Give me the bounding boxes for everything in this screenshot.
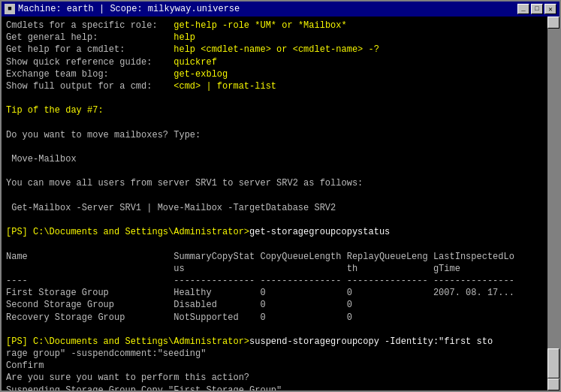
line-17 <box>6 215 11 225</box>
line-20: Name SummaryCopyStat CopyQueueLength Rep… <box>6 252 514 262</box>
scroll-thumb[interactable] <box>547 348 559 378</box>
line-29: Confirm <box>6 360 44 371</box>
minimize-button[interactable]: _ <box>517 4 529 14</box>
line-1: Cmdlets for a specific role: get-help -r… <box>6 20 347 31</box>
close-button[interactable]: ✕ <box>544 4 556 14</box>
terminal-area: Cmdlets for a specific role: get-help -r… <box>2 17 559 390</box>
line-18: [PS] C:\Documents and Settings\Administr… <box>6 227 390 237</box>
line-14: You can move all users from server SRV1 … <box>6 178 363 188</box>
title-bar-buttons: _ □ ✕ <box>517 4 556 14</box>
line-3: Get help for a cmdlet: help <cmdlet-name… <box>6 44 379 55</box>
line-2: Get general help: help <box>6 32 195 43</box>
line-24: Second Storage Group Disabled 0 0 <box>6 300 352 310</box>
line-13 <box>6 166 11 176</box>
line-30: Are you sure you want to perform this ac… <box>6 372 249 383</box>
line-15 <box>6 191 11 201</box>
line-31: Suspending Storage Group Copy "First Sto… <box>6 385 287 390</box>
line-9 <box>6 118 11 128</box>
line-22: ---- --------------- --------------- ---… <box>6 276 514 286</box>
line-21: us th gTime <box>6 264 460 274</box>
title-bar: ■ Machine: earth | Scope: milkyway.unive… <box>2 2 559 17</box>
line-6: Show full output for a cmd: <cmd> | form… <box>6 81 276 92</box>
line-25: Recovery Storage Group NotSupported 0 0 <box>6 312 352 323</box>
line-28: rage group" -suspendcomment:"seeding" <box>6 348 206 359</box>
terminal-output: Cmdlets for a specific role: get-help -r… <box>6 20 555 390</box>
line-4: Show quick reference guide: quickref <box>6 57 217 68</box>
scroll-down-button[interactable]: ▼ <box>547 378 559 390</box>
line-10: Do you want to move mailboxes? Type: <box>6 130 201 140</box>
line-7 <box>6 93 11 104</box>
line-11 <box>6 142 11 152</box>
line-19 <box>6 239 11 249</box>
line-12: Move-Mailbox <box>6 154 77 164</box>
line-8: Tip of the day #7: <box>6 105 104 116</box>
line-27: [PS] C:\Documents and Settings\Administr… <box>6 336 493 347</box>
line-16: Get-Mailbox -Server SRV1 | Move-Mailbox … <box>6 203 336 213</box>
window-icon: ■ <box>5 4 15 14</box>
line-23: First Storage Group Healthy 0 0 2007. 08… <box>6 288 514 298</box>
maximize-button[interactable]: □ <box>531 4 543 14</box>
main-window: ■ Machine: earth | Scope: milkyway.unive… <box>0 0 561 392</box>
scrollbar[interactable]: ▲ ▼ <box>547 17 559 390</box>
scroll-up-button[interactable]: ▲ <box>547 17 559 29</box>
window-title: Machine: earth | Scope: milkyway.univers… <box>18 4 240 14</box>
line-5: Exchange team blog: get-exblog <box>6 69 228 80</box>
title-bar-left: ■ Machine: earth | Scope: milkyway.unive… <box>5 4 240 14</box>
line-26 <box>6 324 11 335</box>
scroll-track[interactable] <box>547 29 559 378</box>
